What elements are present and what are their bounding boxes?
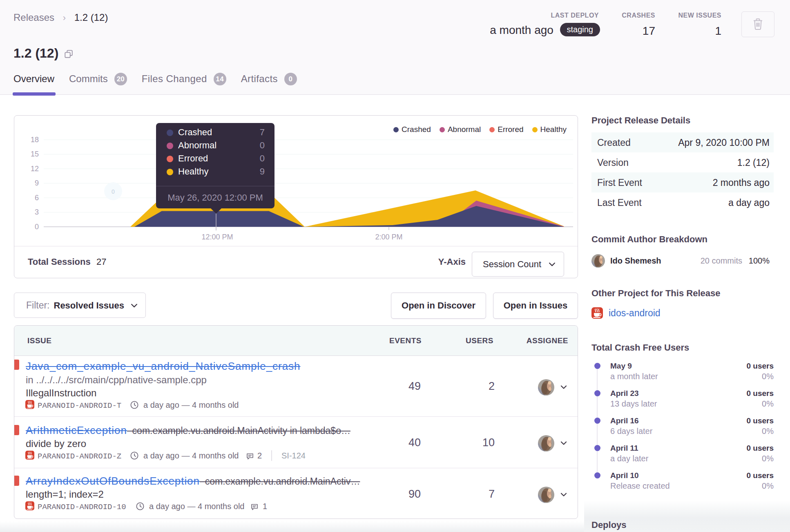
svg-text:15: 15 [31, 150, 39, 158]
svg-text:12:00 PM: 12:00 PM [201, 233, 233, 241]
svg-text:2:00 PM: 2:00 PM [375, 233, 402, 241]
svg-text:18: 18 [31, 136, 39, 144]
svg-text:0: 0 [35, 223, 39, 231]
svg-text:3: 3 [35, 208, 39, 216]
svg-text:12: 12 [31, 165, 39, 173]
svg-text:0: 0 [112, 188, 115, 195]
svg-text:9: 9 [35, 179, 39, 187]
svg-text:6: 6 [35, 194, 39, 202]
